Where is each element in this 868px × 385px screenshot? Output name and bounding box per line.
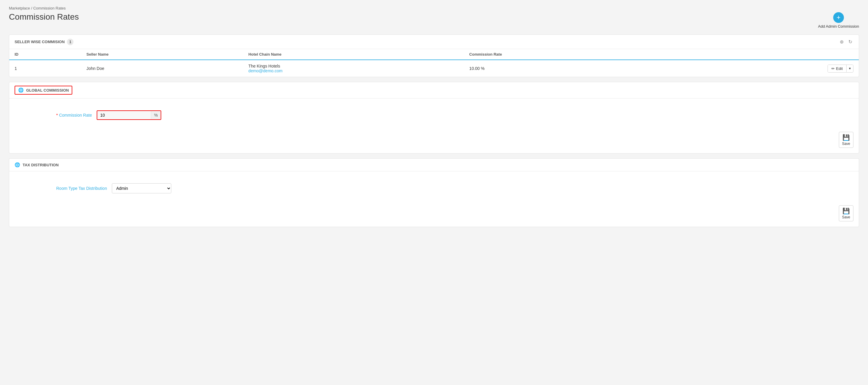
seller-commission-table: ID Seller Name Hotel Chain Name Commissi…	[9, 49, 859, 77]
room-type-tax-row: Room Type Tax Distribution Admin Seller …	[14, 177, 854, 196]
cell-hotel-chain: The Kings Hotels demo@demo.com	[243, 60, 464, 77]
seller-commission-title: SELLER WISE COMMISION 1	[14, 39, 73, 45]
breadcrumb-parent[interactable]: Marketplace	[9, 6, 30, 10]
global-commission-header: 🌐 GLOBAL COMMISSION	[9, 82, 859, 98]
tax-save-container: 💾 Save	[9, 202, 859, 227]
add-icon-button[interactable]: ⊕	[839, 38, 845, 45]
commission-rate-input[interactable]	[97, 111, 151, 119]
room-type-tax-select[interactable]: Admin Seller Both	[112, 183, 171, 194]
seller-commission-card: SELLER WISE COMMISION 1 ⊕ ↻ ID Seller Na…	[9, 34, 859, 77]
tax-distribution-header: 🌐 TAX DISTRIBUTION	[9, 158, 859, 171]
tax-save-label: Save	[842, 215, 850, 219]
breadcrumb-current: Commission Rates	[33, 6, 66, 10]
save-icon: 💾	[842, 134, 850, 141]
globe-icon-tax: 🌐	[14, 162, 20, 168]
seller-commission-header: SELLER WISE COMMISION 1 ⊕ ↻	[9, 35, 859, 49]
tax-distribution-body: Room Type Tax Distribution Admin Seller …	[9, 171, 859, 202]
edit-button-group[interactable]: ✏ Edit ▾	[828, 65, 854, 72]
breadcrumb-separator: /	[31, 6, 32, 10]
table-header-row: ID Seller Name Hotel Chain Name Commissi…	[9, 49, 859, 60]
edit-button[interactable]: ✏ Edit	[828, 65, 846, 72]
commission-rate-label: Commission Rate	[59, 113, 92, 118]
required-indicator: *	[56, 113, 58, 118]
col-id: ID	[9, 49, 81, 60]
pencil-icon: ✏	[831, 66, 835, 71]
save-icon-tax: 💾	[842, 207, 850, 214]
seller-section-actions: ⊕ ↻	[839, 38, 854, 45]
global-commission-card: 🌐 GLOBAL COMMISSION * Commission Rate % …	[9, 82, 859, 153]
global-save-container: 💾 Save	[9, 129, 859, 153]
cell-edit-actions: ✏ Edit ▾	[678, 60, 859, 77]
cell-commission-rate: 10.00 %	[464, 60, 678, 77]
cell-seller-name: John Doe	[81, 60, 243, 77]
col-hotel-chain: Hotel Chain Name	[243, 49, 464, 60]
add-admin-label: Add Admin Commission	[818, 24, 859, 29]
edit-label: Edit	[836, 66, 843, 71]
commission-unit: %	[151, 111, 161, 119]
tax-distribution-card: 🌐 TAX DISTRIBUTION Room Type Tax Distrib…	[9, 158, 859, 227]
seller-count-badge: 1	[67, 39, 73, 45]
plus-icon: +	[833, 12, 844, 23]
global-save-button[interactable]: 💾 Save	[839, 132, 854, 148]
cell-id: 1	[9, 60, 81, 77]
col-seller-name: Seller Name	[81, 49, 243, 60]
breadcrumb: Marketplace / Commission Rates	[9, 6, 859, 10]
room-type-tax-label: Room Type Tax Distribution	[56, 186, 107, 191]
globe-icon: 🌐	[18, 87, 24, 93]
global-save-label: Save	[842, 142, 850, 146]
commission-rate-row: * Commission Rate %	[14, 105, 854, 123]
col-commission-rate: Commission Rate	[464, 49, 678, 60]
tax-save-button[interactable]: 💾 Save	[839, 205, 854, 221]
page-title: Commission Rates	[9, 12, 79, 22]
commission-input-wrapper: %	[97, 110, 161, 120]
col-actions	[678, 49, 859, 60]
hotel-name: The Kings Hotels	[248, 64, 459, 68]
refresh-icon-button[interactable]: ↻	[847, 38, 854, 45]
global-commission-title: 🌐 GLOBAL COMMISSION	[14, 86, 72, 95]
tax-distribution-title: 🌐 TAX DISTRIBUTION	[14, 162, 854, 168]
table-row: 1 John Doe The Kings Hotels demo@demo.co…	[9, 60, 859, 77]
add-admin-commission-button[interactable]: + Add Admin Commission	[818, 12, 859, 29]
hotel-email[interactable]: demo@demo.com	[248, 68, 283, 73]
edit-dropdown-caret[interactable]: ▾	[846, 65, 853, 72]
global-commission-body: * Commission Rate %	[9, 98, 859, 129]
